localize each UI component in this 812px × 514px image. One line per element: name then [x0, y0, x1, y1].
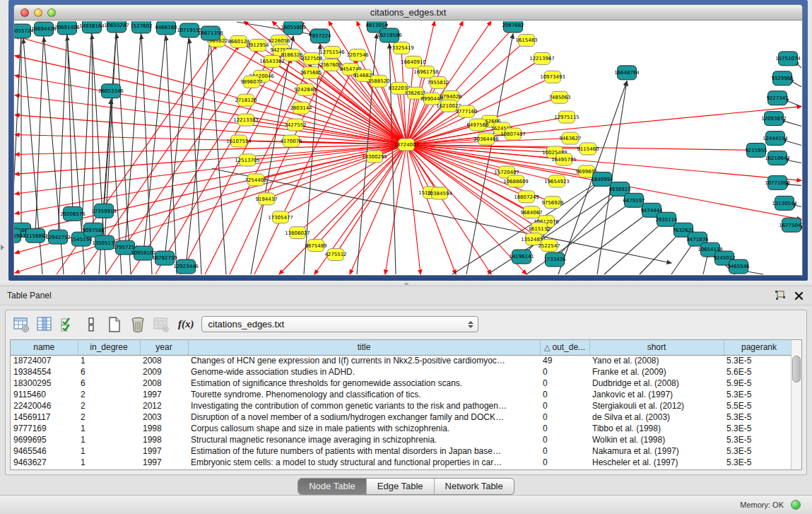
table-cell[interactable]: 9777169 — [11, 423, 78, 434]
graph-edge[interactable] — [125, 26, 141, 247]
column-width-icon[interactable] — [82, 315, 100, 334]
table-cell[interactable]: 9699695 — [11, 434, 78, 445]
table-cell[interactable]: 1 — [78, 457, 140, 468]
table-selector-dropdown[interactable]: citations_edges.txt — [201, 316, 478, 332]
column-visibility-icon[interactable] — [35, 315, 54, 334]
close-window-icon[interactable] — [20, 8, 29, 17]
table-cell[interactable]: 18300295 — [11, 378, 78, 389]
function-builder-icon[interactable]: f(x) — [178, 318, 194, 330]
close-panel-icon[interactable] — [794, 291, 804, 303]
row-selection-icon[interactable] — [59, 315, 77, 334]
tab-node-table[interactable]: Node Table — [298, 479, 366, 494]
table-cell[interactable]: Estimation of the future numbers of pati… — [188, 445, 540, 457]
table-cell[interactable]: de Silva et al. (2003) — [589, 411, 724, 423]
memory-ok-led-icon[interactable] — [791, 500, 801, 510]
table-cell[interactable]: 0 — [540, 423, 589, 434]
table-cell[interactable]: 0 — [540, 411, 589, 423]
graph-edge[interactable] — [385, 145, 406, 274]
panel-splitter[interactable] — [0, 281, 812, 286]
table-cell[interactable]: 5.9E-5 — [724, 378, 794, 389]
network-graph[interactable]: 1872400718300295796382286601248912954522… — [14, 21, 802, 275]
column-header-pagerank[interactable]: pagerank — [724, 340, 794, 355]
table-cell[interactable]: Wolkin et al. (1998) — [589, 434, 724, 445]
graph-edge[interactable] — [180, 59, 292, 274]
zoom-window-icon[interactable] — [47, 8, 56, 17]
table-cell[interactable]: 2 — [78, 411, 140, 423]
tab-edge-table[interactable]: Edge Table — [366, 479, 434, 494]
graph-edge[interactable] — [15, 145, 406, 155]
table-cell[interactable]: Nakamura et al. (1997) — [589, 445, 724, 457]
minimize-window-icon[interactable] — [34, 8, 42, 17]
table-cell[interactable]: 5.3E-5 — [724, 411, 794, 423]
column-header-title[interactable]: title — [188, 340, 540, 355]
table-cell[interactable]: Franke et al. (2009) — [589, 366, 724, 378]
table-cell[interactable]: Yano et al. (2008) — [589, 355, 724, 366]
table-cell[interactable]: Disruption of a novel member of a sodium… — [188, 411, 540, 423]
table-row[interactable]: 1872400712008Changes of HCN gene express… — [11, 355, 794, 366]
table-cell[interactable]: 1 — [78, 434, 140, 445]
table-row[interactable]: 911546021997Tourette syndrome. Phenomeno… — [11, 389, 794, 400]
table-cell[interactable]: 22420046 — [11, 400, 78, 411]
table-row[interactable]: 1830029562008Estimation of significance … — [11, 378, 794, 389]
graph-edge[interactable] — [141, 35, 152, 274]
table-row[interactable]: 1938455462009Genome-wide association stu… — [11, 366, 794, 378]
table-cell[interactable]: 5.3E-5 — [724, 423, 794, 434]
graph-edge[interactable] — [211, 42, 226, 274]
graph-edge[interactable] — [35, 29, 44, 235]
column-header-year[interactable]: year — [140, 340, 188, 355]
table-cell[interactable]: Estimation of significance thresholds fo… — [188, 378, 540, 389]
table-cell[interactable]: 5.3E-5 — [724, 445, 794, 457]
table-cell[interactable]: 0 — [540, 457, 589, 468]
column-header-out_de[interactable]: △out_de... — [540, 340, 589, 355]
graph-edge[interactable] — [15, 145, 406, 175]
table-cell[interactable]: 1998 — [140, 423, 188, 434]
table-cell[interactable]: Hescheler et al. (1997) — [589, 457, 724, 468]
graph-edge[interactable] — [165, 30, 189, 258]
table-cell[interactable]: 5.6E-5 — [724, 366, 794, 378]
graph-edge[interactable] — [15, 145, 406, 214]
graph-edge[interactable] — [143, 28, 166, 253]
table-cell[interactable]: 2 — [78, 400, 140, 411]
table-row[interactable]: 969969511998Structural magnetic resonanc… — [11, 434, 794, 445]
table-cell[interactable]: 2008 — [140, 355, 188, 366]
column-header-in_degree[interactable]: in_degree — [78, 340, 140, 355]
table-cell[interactable]: 2 — [78, 389, 140, 400]
table-cell[interactable]: Tibbo et al. (1998) — [589, 423, 724, 434]
splitter-grip-icon[interactable] — [404, 282, 409, 285]
table-cell[interactable]: 1 — [78, 445, 140, 457]
table-cell[interactable]: Corpus callosum shape and size in male p… — [188, 423, 540, 434]
table-cell[interactable]: 1998 — [140, 434, 188, 445]
table-cell[interactable]: Structural magnetic resonance image aver… — [188, 434, 540, 445]
table-cell[interactable]: 49 — [540, 355, 589, 366]
table-row[interactable]: 1456911722003Disruption of a novel membe… — [11, 411, 794, 423]
table-cell[interactable]: 9465546 — [11, 445, 78, 457]
table-cell[interactable]: 19384554 — [11, 366, 78, 378]
network-window-titlebar[interactable]: citations_edges.txt — [14, 5, 802, 21]
table-cell[interactable]: 0 — [540, 389, 589, 400]
table-cell[interactable]: 0 — [540, 445, 589, 457]
table-cell[interactable]: Genome-wide association studies in ADHD. — [188, 366, 540, 378]
table-cell[interactable]: 9463627 — [11, 457, 78, 468]
network-canvas[interactable]: 1872400718300295796382286601248912954522… — [14, 21, 802, 275]
table-cell[interactable]: 18724007 — [11, 355, 78, 366]
table-cell[interactable]: Embryonic stem cells: a model to study s… — [188, 457, 540, 468]
table-cell[interactable]: 5.5E-5 — [724, 400, 794, 411]
table-cell[interactable]: Jankovic et al. (1997) — [589, 389, 724, 400]
table-cell[interactable]: 5.3E-5 — [724, 355, 794, 366]
table-row[interactable]: 946362711997Embryonic stem cells: a mode… — [11, 457, 794, 468]
graph-edge[interactable] — [117, 34, 131, 274]
scrollbar-thumb[interactable] — [792, 356, 801, 382]
table-cell[interactable]: Tourette syndrome. Phenomenology and cla… — [188, 389, 540, 400]
graph-edge[interactable] — [166, 36, 177, 274]
table-cell[interactable]: 0 — [540, 378, 589, 389]
table-cell[interactable]: 5.3E-5 — [724, 457, 794, 468]
table-cell[interactable]: Investigating the contribution of common… — [188, 400, 540, 411]
table-cell[interactable]: 1997 — [140, 389, 188, 400]
new-document-icon[interactable] — [105, 315, 124, 334]
import-table-icon[interactable] — [152, 315, 170, 334]
table-cell[interactable]: 5.3E-5 — [724, 389, 794, 400]
table-cell[interactable]: 2009 — [140, 366, 188, 378]
column-header-short[interactable]: short — [589, 340, 724, 355]
table-row[interactable]: 977716911998Corpus callosum shape and si… — [11, 423, 794, 434]
table-cell[interactable]: 6 — [78, 366, 140, 378]
